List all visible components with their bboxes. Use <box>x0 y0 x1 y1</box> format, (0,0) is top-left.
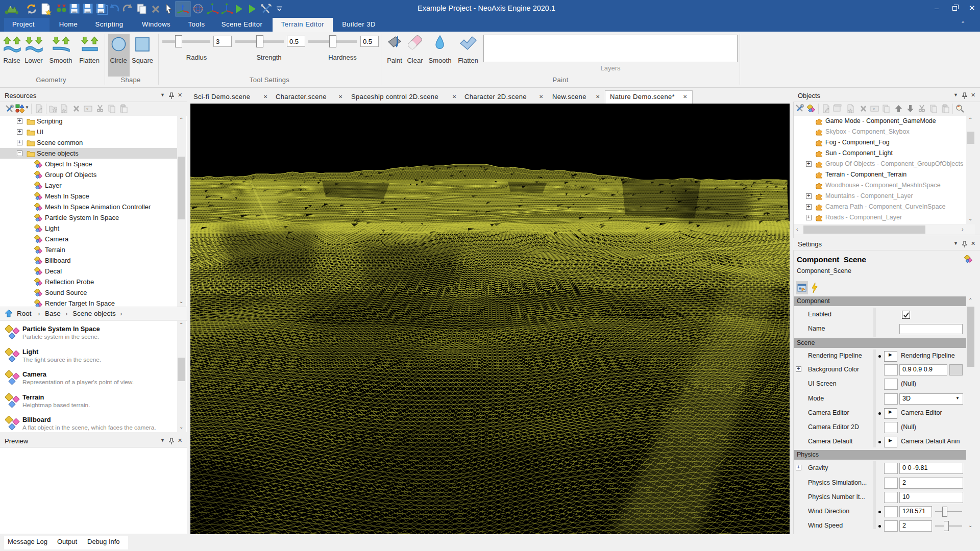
svg-text:x: x <box>86 107 88 111</box>
svg-text:x: x <box>873 107 875 111</box>
